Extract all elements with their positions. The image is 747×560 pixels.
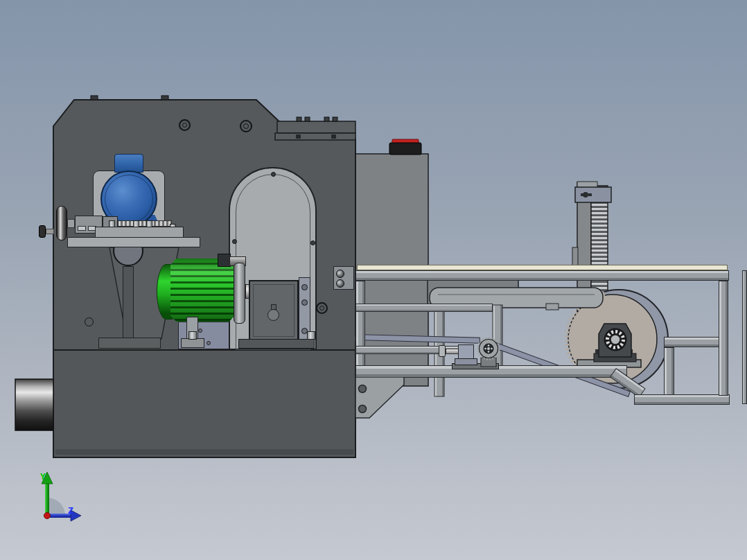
bolt xyxy=(301,284,308,290)
bolt xyxy=(188,331,197,340)
x-axis-origin xyxy=(44,513,51,519)
bolt xyxy=(359,405,367,413)
pedestal-foot xyxy=(98,338,161,349)
handwheel-hub xyxy=(67,219,75,228)
detail xyxy=(78,226,86,231)
axis-y-label: Y xyxy=(40,471,46,482)
machine-base[interactable] xyxy=(53,350,355,457)
handwheel[interactable] xyxy=(56,206,67,240)
bolt xyxy=(198,329,202,333)
frame-inner-top-rail[interactable] xyxy=(664,337,720,347)
tank-cap[interactable] xyxy=(389,139,421,155)
leadscrew xyxy=(118,220,172,227)
frame-inner-post[interactable] xyxy=(664,347,674,395)
frame-tabletop-strip xyxy=(357,265,728,270)
table-plate[interactable] xyxy=(67,237,200,247)
gearbox[interactable] xyxy=(249,280,299,341)
base-bottom-strip xyxy=(55,449,353,455)
screw xyxy=(336,270,344,278)
frame-right-post[interactable] xyxy=(719,281,728,396)
bolt xyxy=(206,341,211,345)
green-motor-flange xyxy=(234,263,245,324)
bolt xyxy=(301,299,308,306)
screw xyxy=(310,240,315,245)
gearbox-base xyxy=(238,339,315,349)
frame-bottom-rail-lower[interactable] xyxy=(634,394,730,405)
tension-sprocket[interactable] xyxy=(476,336,502,368)
screw xyxy=(271,172,276,177)
shaft-stub-cylinder[interactable] xyxy=(15,379,53,430)
y-axis-arrow xyxy=(45,482,49,516)
green-motor-foot xyxy=(181,338,204,348)
bolt xyxy=(307,331,315,340)
pedestal-stem xyxy=(123,266,134,338)
bearing-bore xyxy=(610,335,620,344)
green-motor[interactable] xyxy=(170,259,235,322)
frame-top-rail[interactable] xyxy=(355,270,729,281)
side-knob-stem xyxy=(46,229,54,234)
wall-bolt-plate xyxy=(333,266,354,290)
side-knob[interactable] xyxy=(39,225,46,238)
axis-z-label: Z xyxy=(68,505,73,516)
tensioner-foot xyxy=(455,358,477,365)
frame-mid-rail[interactable] xyxy=(355,304,493,312)
gusset-bracket[interactable] xyxy=(355,377,405,419)
frame-edge-member xyxy=(742,270,747,404)
triad-quarter-disc xyxy=(47,498,65,516)
tensioner-knob[interactable] xyxy=(439,345,446,357)
screw xyxy=(232,239,237,244)
housing-port-ring-inner xyxy=(182,123,187,128)
blue-motor-junction-box[interactable] xyxy=(114,154,143,173)
housing-port-ring xyxy=(85,317,94,326)
housing-port-ring-inner xyxy=(319,306,324,310)
housing-step-block[interactable] xyxy=(275,117,355,140)
housing-port-ring-inner xyxy=(243,123,249,129)
gearbox-sight-hole xyxy=(267,309,279,321)
screw xyxy=(336,279,344,288)
cad-viewport[interactable]: Y Z xyxy=(0,0,747,560)
motor-mount-plate[interactable] xyxy=(95,227,184,238)
tensioner-shaft xyxy=(446,349,459,354)
bolt xyxy=(359,385,367,393)
